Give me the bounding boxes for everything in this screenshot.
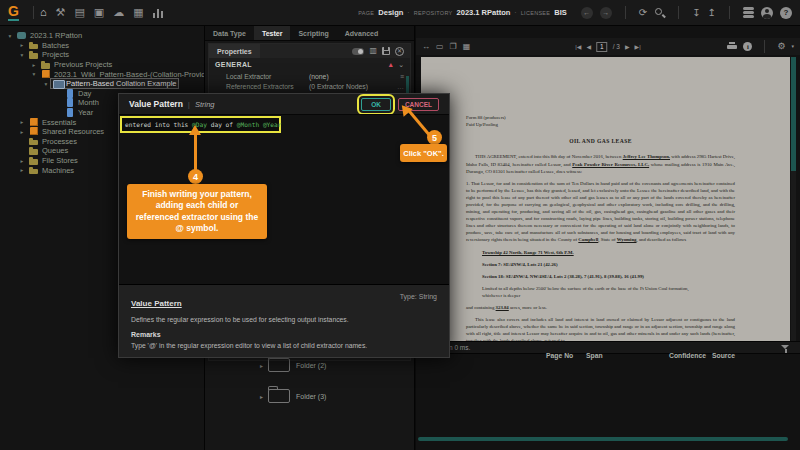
expander-icon[interactable]: ▸ [18,42,26,48]
imports-icon[interactable]: ☁ [113,7,124,18]
tree-item-batches[interactable]: ▸ Batches [0,41,204,51]
help-icon[interactable]: ? [780,7,792,19]
folder-icon [268,389,290,403]
toggle-icon[interactable] [352,48,364,55]
batch-folder-row[interactable]: ▸ Folder (3) [260,389,326,403]
home-icon[interactable]: ⌂ [40,7,47,18]
expander-icon[interactable]: ▸ [260,362,263,369]
property-help-panel: Value Pattern Type: String Defines the r… [119,284,449,357]
expander-icon[interactable]: ▾ [30,71,38,77]
repository-label: REPOSITORY [414,10,453,16]
folder-icon [41,60,51,69]
column-header-span[interactable]: Span [586,352,603,359]
page-number-input[interactable]: 1 [596,42,608,52]
doc-form-line: Paid Up/Pooling [466,121,735,128]
upload-icon[interactable]: ↥ [708,8,716,18]
print-icon[interactable] [727,42,737,51]
viewer-settings-icon[interactable]: ⚙ [777,42,785,51]
license-label: LICENSEE [521,10,551,16]
property-row-local-extractor[interactable]: Local Extractor (none) ≡ [209,71,410,81]
grooper-design-window: G ⌂ ⚒ ▤ ▣ ☁ ▦ PAGE Design · REPOSITORY 2… [0,0,800,450]
stats-icon[interactable] [153,8,164,18]
divider [33,6,34,19]
tab-advanced[interactable]: Advanced [337,26,386,40]
expander-icon[interactable]: ▸ [18,158,26,164]
forward-icon[interactable]: → [600,7,612,19]
warning-icon: ▲ [387,61,394,68]
expander-icon[interactable]: ▸ [260,393,263,400]
callout4-text: Finish writing your pattern, adding each… [127,184,267,239]
fit-width-icon[interactable]: ↔ [422,42,430,51]
doc-form-line: Form 88 (producers) [466,114,735,121]
last-page-icon[interactable]: ▶| [635,43,641,50]
column-header-page-no[interactable]: Page No [546,352,573,359]
database-icon[interactable] [743,7,754,18]
project-icon [29,127,39,136]
page-label: PAGE [358,10,374,16]
tab-data-type[interactable]: Data Type [205,26,254,40]
page-total: / 3 [613,43,620,50]
project-icon [41,70,51,79]
caret-down-icon[interactable]: ▾ [791,44,794,49]
page-value[interactable]: Design [378,8,403,17]
extractor-icon [65,89,75,98]
thumbnails-icon[interactable]: ❐ [450,42,457,51]
properties-tab[interactable]: Properties [209,44,260,58]
info-icon[interactable]: i [743,42,752,51]
tasks-icon[interactable]: ▣ [94,7,104,18]
repository-value[interactable]: 2023.1 RPatton [457,8,511,17]
data-type-icon [53,79,63,88]
prev-page-icon[interactable]: ◀ [586,43,591,50]
tree-item-pattern-based-collation-example[interactable]: ▾ Pattern-Based Collation Example [0,79,204,89]
general-section[interactable]: GENERAL ▲ ⌄ [209,58,410,71]
doc-paragraph: and containing 323.84 acres, more or les… [466,304,735,311]
search-icon[interactable] [654,7,665,18]
back-icon[interactable]: ← [581,7,593,19]
expander-icon[interactable]: ▾ [42,81,50,87]
chevron-down-icon[interactable]: ⌄ [398,61,404,68]
help-description: Defines the regular expression to be use… [131,316,437,323]
viewer-scrollbar-track[interactable] [791,57,796,341]
project-icon [29,118,39,127]
design-icon[interactable]: ⚒ [56,7,66,18]
viewer-scrollbar-thumb[interactable] [791,57,796,171]
user-icon[interactable] [761,7,773,19]
expander-icon[interactable]: ▾ [6,33,14,39]
expander-icon[interactable]: ▾ [18,52,26,58]
doc-township-line: Township 42 North, Range 71 West, 6th P.… [482,249,735,256]
column-header-source[interactable]: Source [712,352,735,359]
first-page-icon[interactable]: |◀ [575,43,581,50]
filter-icon[interactable] [781,345,790,353]
close-icon[interactable]: ✕ [395,47,404,56]
main-nav: ⌂ ⚒ ▤ ▣ ☁ ▦ [40,7,163,18]
page-navigator: |◀ ◀ 1 / 3 ▶ ▶| [575,42,640,52]
columns-icon[interactable]: ▥ [369,47,377,55]
results-hscrollbar[interactable] [418,437,788,441]
help-type: Type: String [400,293,437,300]
more-icon[interactable]: … [397,83,404,90]
menu-icon[interactable]: ≡ [400,73,404,80]
jobs-icon[interactable]: ▦ [133,7,143,18]
column-header-confidence[interactable]: Confidence [669,352,706,359]
expander-icon[interactable]: ▸ [18,167,26,173]
expander-icon[interactable]: ▸ [18,119,26,125]
batch-folder-row[interactable]: ▸ Folder (2) [260,358,326,372]
extractor-icon [65,108,75,117]
download-icon[interactable]: ↧ [692,8,700,18]
next-page-icon[interactable]: ▶ [625,43,630,50]
tab-tester[interactable]: Tester [254,26,291,40]
image-view-icon[interactable]: ▦ [463,42,471,51]
ok-button[interactable]: OK [361,98,391,111]
doc-section-line: Section 7: SE/4NW/4, Lots 21 (42.26) [482,261,735,268]
fit-page-icon[interactable]: ▭ [436,42,444,51]
document-viewer-panel: ↔ ▭ ❐ ▦ |◀ ◀ 1 / 3 ▶ ▶| i ⚙ ▾ [416,26,800,450]
doc-paragraph: 1. That Lessor, for and in consideration… [466,180,735,244]
expander-icon[interactable]: ▸ [18,129,26,135]
tab-scripting[interactable]: Scripting [290,26,336,40]
expander-icon[interactable]: ▸ [30,62,38,68]
batches-icon[interactable]: ▤ [74,7,84,18]
refresh-icon[interactable]: ⟳ [639,8,647,18]
property-row-referenced-extractors[interactable]: Referenced Extractors (0 Extractor Nodes… [209,81,410,91]
save-icon[interactable] [382,47,390,55]
doc-paragraph: This lease also covers and includes all … [466,316,735,341]
